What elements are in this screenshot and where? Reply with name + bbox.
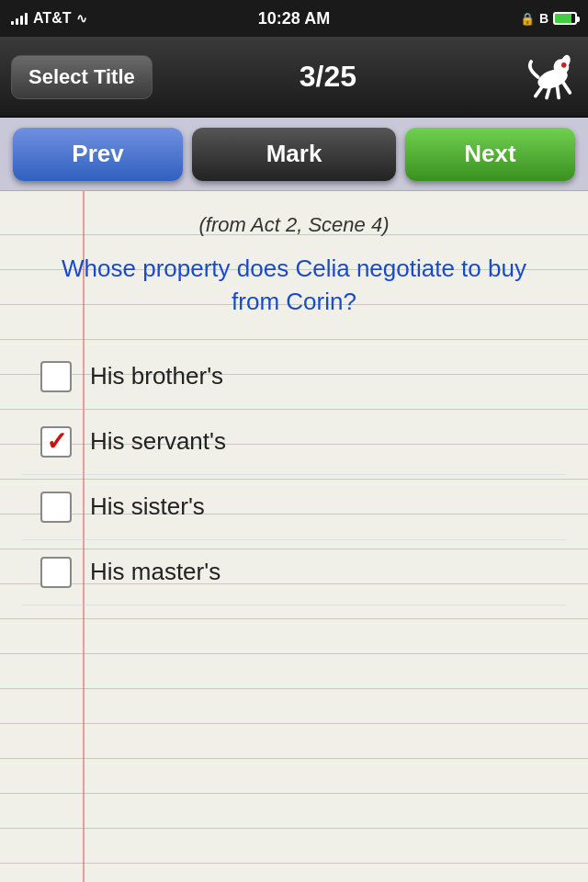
question-text: Whose property does Celia negotiate to b… bbox=[22, 252, 566, 319]
answer-text-3: His sister's bbox=[90, 492, 205, 521]
battery-icon bbox=[553, 12, 577, 25]
signal-bars bbox=[11, 12, 28, 25]
status-bar: AT&T ∿ 10:28 AM 🔒 B​ bbox=[0, 0, 588, 37]
nav-bar: Select Title 3/25 bbox=[0, 37, 588, 118]
checkbox-4[interactable] bbox=[40, 557, 72, 588]
answer-text-2: His servant's bbox=[90, 427, 226, 456]
svg-line-5 bbox=[558, 85, 560, 97]
toolbar: Prev Mark Next bbox=[0, 118, 588, 191]
answer-item-3[interactable]: His sister's bbox=[22, 475, 566, 540]
svg-point-7 bbox=[561, 62, 567, 68]
checkbox-3[interactable] bbox=[40, 492, 72, 523]
lock-icon: 🔒 bbox=[520, 12, 535, 26]
status-left: AT&T ∿ bbox=[11, 10, 87, 27]
answer-item-1[interactable]: His brother's bbox=[22, 345, 566, 410]
main-content: (from Act 2, Scene 4) Whose property doe… bbox=[0, 191, 588, 882]
status-right: 🔒 B​ bbox=[520, 11, 577, 26]
prev-button[interactable]: Prev bbox=[13, 128, 183, 181]
progress-label: 3/25 bbox=[300, 60, 356, 94]
checkmark-2: ✓ bbox=[46, 429, 67, 455]
status-time: 10:28 AM bbox=[258, 9, 330, 28]
checkbox-2[interactable]: ✓ bbox=[40, 426, 72, 458]
select-title-button[interactable]: Select Title bbox=[11, 55, 153, 99]
carrier-label: AT&T bbox=[33, 10, 71, 27]
answer-text-1: His brother's bbox=[90, 362, 223, 390]
logo-area bbox=[503, 50, 577, 105]
answer-item-4[interactable]: His master's bbox=[22, 540, 566, 605]
checkbox-1[interactable] bbox=[40, 361, 72, 392]
wifi-icon: ∿ bbox=[76, 11, 87, 26]
answer-item-2[interactable]: ✓ His servant's bbox=[22, 410, 566, 475]
next-button[interactable]: Next bbox=[405, 128, 575, 181]
app-logo bbox=[505, 51, 574, 102]
answer-text-4: His master's bbox=[90, 558, 220, 586]
content-wrapper: (from Act 2, Scene 4) Whose property doe… bbox=[0, 191, 588, 622]
svg-line-6 bbox=[563, 83, 571, 93]
bluetooth-icon: B​ bbox=[539, 11, 548, 26]
mark-button[interactable]: Mark bbox=[192, 128, 396, 181]
source-label: (from Act 2, Scene 4) bbox=[22, 208, 566, 237]
